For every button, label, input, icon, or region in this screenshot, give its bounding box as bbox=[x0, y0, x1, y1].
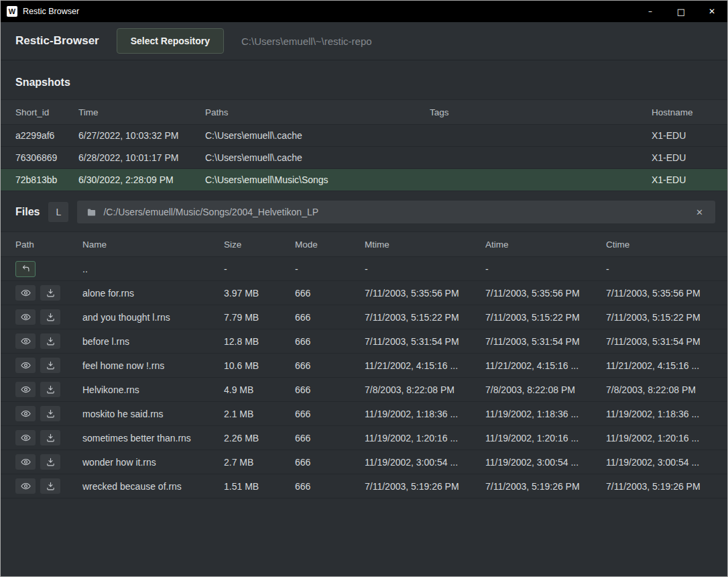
col-paths: Paths bbox=[205, 107, 430, 117]
snapshot-row[interactable]: 76306869 6/28/2022, 10:01:17 PM C:\Users… bbox=[1, 147, 727, 169]
file-row: alone for.rns 3.97 MB 666 7/11/2003, 5:3… bbox=[1, 281, 727, 305]
snapshot-hostname: X1-EDU bbox=[652, 174, 713, 185]
download-button[interactable] bbox=[40, 358, 60, 373]
snapshots-table-header: Short_id Time Paths Tags Hostname bbox=[1, 99, 727, 125]
eye-icon bbox=[21, 384, 31, 395]
preview-button[interactable] bbox=[15, 333, 36, 349]
folder-icon bbox=[86, 207, 97, 217]
download-button[interactable] bbox=[40, 454, 60, 470]
preview-button[interactable] bbox=[15, 454, 36, 470]
download-button[interactable] bbox=[40, 382, 60, 397]
clear-path-button[interactable]: ✕ bbox=[693, 206, 706, 219]
file-size: 4.9 MB bbox=[224, 384, 295, 395]
minimize-button[interactable]: – bbox=[635, 1, 666, 22]
file-name: and you thought l.rns bbox=[82, 312, 224, 323]
go-parent-button[interactable] bbox=[15, 261, 36, 277]
close-button[interactable]: ✕ bbox=[696, 1, 727, 22]
file-row: moskito he said.rns 2.1 MB 666 11/19/200… bbox=[1, 402, 727, 426]
col-path: Path bbox=[15, 240, 82, 250]
file-mode: - bbox=[295, 264, 365, 274]
file-mode: 666 bbox=[295, 360, 365, 371]
snapshot-paths: C:\Users\emuell\Music\Songs bbox=[205, 174, 430, 185]
file-mtime: 11/19/2002, 1:20:16 ... bbox=[365, 433, 485, 443]
files-table-header: Path Name Size Mode Mtime Atime Ctime bbox=[1, 231, 727, 257]
maximize-button[interactable]: □ bbox=[666, 1, 696, 22]
app-title: Restic-Browser bbox=[15, 34, 99, 48]
window-controls: – □ ✕ bbox=[635, 1, 727, 22]
file-size: 2.26 MB bbox=[224, 433, 295, 443]
file-atime: 11/19/2002, 3:00:54 ... bbox=[485, 457, 606, 468]
file-name: wonder how it.rns bbox=[82, 457, 224, 468]
preview-button[interactable] bbox=[15, 478, 36, 494]
download-icon bbox=[46, 312, 56, 322]
repository-path: C:\Users\emuell\~\restic-repo bbox=[241, 36, 372, 47]
preview-button[interactable] bbox=[15, 285, 36, 301]
file-atime: 7/11/2003, 5:35:56 PM bbox=[485, 288, 606, 299]
download-button[interactable] bbox=[40, 478, 60, 494]
col-hostname: Hostname bbox=[652, 107, 713, 117]
file-mode: 666 bbox=[295, 288, 365, 299]
file-atime: 7/11/2003, 5:19:26 PM bbox=[485, 481, 606, 492]
file-ctime: 11/19/2002, 3:00:54 ... bbox=[606, 457, 713, 468]
snapshot-hostname: X1-EDU bbox=[652, 152, 713, 163]
select-repository-button[interactable]: Select Repository bbox=[117, 28, 224, 54]
col-tags: Tags bbox=[430, 107, 652, 117]
col-short-id: Short_id bbox=[15, 107, 78, 117]
col-mode: Mode bbox=[295, 240, 365, 250]
download-button[interactable] bbox=[40, 285, 60, 301]
file-atime: 11/19/2002, 1:18:36 ... bbox=[485, 409, 606, 419]
snapshot-paths: C:\Users\emuell\.cache bbox=[205, 130, 430, 141]
preview-button[interactable] bbox=[15, 406, 36, 421]
parent-dir-row: .. - - - - - bbox=[1, 257, 727, 281]
eye-icon bbox=[21, 288, 31, 298]
titlebar-left: W Restic Browser bbox=[1, 6, 635, 17]
file-mode: 666 bbox=[295, 409, 365, 419]
file-ctime: 7/11/2003, 5:35:56 PM bbox=[606, 288, 713, 299]
preview-button[interactable] bbox=[15, 382, 36, 397]
window-title: Restic Browser bbox=[23, 7, 79, 16]
file-name[interactable]: .. bbox=[82, 264, 224, 274]
file-mtime: 11/19/2002, 1:18:36 ... bbox=[365, 409, 485, 419]
app-window: W Restic Browser – □ ✕ Restic-Browser Se… bbox=[0, 0, 728, 577]
snapshot-row[interactable]: a2299af6 6/27/2022, 10:03:32 PM C:\Users… bbox=[1, 125, 727, 147]
col-ctime: Ctime bbox=[606, 240, 713, 250]
current-path-bar[interactable]: /C:/Users/emuell/Music/Songs/2004_Helvet… bbox=[77, 201, 715, 223]
files-mode-button[interactable]: L bbox=[48, 202, 68, 222]
eye-icon bbox=[21, 481, 31, 491]
file-atime: - bbox=[485, 264, 606, 274]
file-size: 10.6 MB bbox=[224, 360, 295, 371]
file-name: sometimes better than.rns bbox=[82, 433, 224, 443]
eye-icon bbox=[21, 360, 31, 370]
file-name: feel home now !.rns bbox=[82, 360, 224, 371]
download-icon bbox=[46, 336, 56, 346]
file-ctime: 7/11/2003, 5:19:26 PM bbox=[606, 481, 713, 492]
download-button[interactable] bbox=[40, 309, 60, 325]
snapshot-row-selected[interactable]: 72b813bb 6/30/2022, 2:28:09 PM C:\Users\… bbox=[1, 169, 727, 191]
return-up-icon bbox=[21, 264, 31, 274]
file-row: sometimes better than.rns 2.26 MB 666 11… bbox=[1, 426, 727, 450]
file-mode: 666 bbox=[295, 312, 365, 323]
preview-button[interactable] bbox=[15, 309, 36, 325]
file-row: and you thought l.rns 7.79 MB 666 7/11/2… bbox=[1, 305, 727, 329]
snapshot-hostname: X1-EDU bbox=[652, 130, 713, 141]
preview-button[interactable] bbox=[15, 430, 36, 445]
download-button[interactable] bbox=[40, 430, 60, 445]
snapshots-title: Snapshots bbox=[15, 76, 713, 89]
file-row: wrecked because of.rns 1.51 MB 666 7/11/… bbox=[1, 474, 727, 499]
file-mtime: 11/21/2002, 4:15:16 ... bbox=[365, 360, 485, 371]
file-ctime: - bbox=[606, 264, 713, 274]
eye-icon bbox=[21, 433, 31, 443]
file-ctime: 11/19/2002, 1:20:16 ... bbox=[606, 433, 713, 443]
current-path: /C:/Users/emuell/Music/Songs/2004_Helvet… bbox=[103, 207, 318, 217]
download-button[interactable] bbox=[40, 333, 60, 349]
file-row: wonder how it.rns 2.7 MB 666 11/19/2002,… bbox=[1, 450, 727, 474]
file-mtime: 7/11/2003, 5:31:54 PM bbox=[365, 336, 485, 347]
file-mtime: 7/8/2003, 8:22:08 PM bbox=[365, 384, 485, 395]
file-size: 12.8 MB bbox=[224, 336, 295, 347]
download-button[interactable] bbox=[40, 406, 60, 421]
preview-button[interactable] bbox=[15, 358, 36, 373]
col-name: Name bbox=[82, 240, 224, 250]
titlebar[interactable]: W Restic Browser – □ ✕ bbox=[1, 1, 727, 22]
file-mode: 666 bbox=[295, 457, 365, 468]
file-size: - bbox=[224, 264, 295, 274]
